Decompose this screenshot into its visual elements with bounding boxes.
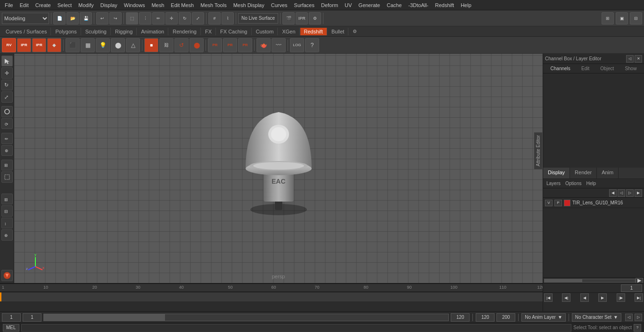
menu-surfaces[interactable]: Surfaces: [291, 1, 317, 9]
menu-cache[interactable]: Cache: [384, 1, 405, 9]
mode-dropdown[interactable]: Modeling: [2, 13, 49, 24]
ch-tab-edit[interactable]: Edit: [579, 66, 591, 71]
layer-v-button[interactable]: V: [545, 200, 553, 206]
menu-redshift[interactable]: Redshift: [432, 1, 457, 9]
cb-expand-button[interactable]: ◁: [626, 55, 634, 63]
status-help-button[interactable]: ?: [634, 324, 641, 332]
snap-curve-button[interactable]: ⌇: [222, 12, 234, 24]
scale-tool-button[interactable]: ⤢: [192, 12, 204, 24]
ch-tab-object[interactable]: Object: [598, 66, 616, 71]
menu-mesh-display[interactable]: Mesh Display: [231, 1, 267, 9]
select-tool[interactable]: [1, 56, 13, 66]
menu-mesh-tools[interactable]: Mesh Tools: [198, 1, 229, 9]
dr-tab-anim[interactable]: Anim: [597, 168, 619, 178]
layer-prev2-button[interactable]: ◁: [618, 189, 625, 197]
cb-close-button[interactable]: ✕: [635, 55, 642, 63]
menu-uv[interactable]: UV: [342, 1, 355, 9]
grid-tools[interactable]: ⊟: [1, 205, 13, 216]
no-live-surface-button[interactable]: No Live Surface: [238, 13, 278, 24]
ipr-render-button[interactable]: IPR: [296, 12, 308, 24]
make-live-button[interactable]: ⊕: [1, 145, 13, 156]
rs-icon-pr2[interactable]: PR: [223, 38, 237, 52]
layout-button[interactable]: ▣: [616, 12, 628, 24]
menu-create[interactable]: Create: [33, 1, 54, 9]
shelf-tab-sculpting[interactable]: Sculpting: [82, 28, 111, 35]
new-scene-button[interactable]: 📄: [53, 12, 66, 24]
rotate-tool-button[interactable]: ↻: [179, 12, 191, 24]
layer-scrollbar[interactable]: ▶: [543, 277, 644, 283]
step-back-button[interactable]: ◀|: [562, 293, 570, 302]
timeline-ruler[interactable]: 1 10 20 30 40 50 60 70 80 90 100 110 120: [0, 283, 543, 292]
layers-help-item[interactable]: Help: [585, 181, 597, 186]
rs-icon-red-cube[interactable]: ■: [144, 38, 158, 52]
play-back-button[interactable]: ◀: [580, 293, 589, 302]
rs-icon-swirl[interactable]: ↺: [174, 38, 189, 52]
shelf-settings-icon[interactable]: ⚙: [351, 28, 358, 35]
shelf-tab-bullet[interactable]: Bullet: [328, 28, 349, 35]
shelf-tab-fx-caching[interactable]: FX Caching: [216, 28, 251, 35]
menu-select[interactable]: Select: [55, 1, 75, 9]
rs-icon-box[interactable]: ⬛: [66, 38, 80, 52]
measure-tool[interactable]: ↕: [1, 218, 13, 228]
shelf-tab-animation[interactable]: Animation: [137, 28, 168, 35]
rs-icon-3[interactable]: IPR: [32, 38, 46, 52]
select-box[interactable]: [1, 171, 13, 182]
char-set-button-2[interactable]: ▷: [635, 314, 642, 321]
shelf-tab-polygons[interactable]: Polygons: [51, 28, 81, 35]
dr-tab-render[interactable]: Render: [570, 168, 597, 178]
menu-windows[interactable]: Windows: [121, 1, 148, 9]
rs-icon-pr1[interactable]: PR: [208, 38, 222, 52]
playback-end-input[interactable]: [451, 313, 470, 322]
rs-icon-chain[interactable]: ⛓: [159, 38, 173, 52]
rs-icon-frame[interactable]: ▦: [81, 38, 95, 52]
play-forward-button[interactable]: ▶: [598, 293, 607, 302]
step-forward-button[interactable]: |▶: [617, 293, 625, 302]
scale-tool[interactable]: ⤢: [1, 91, 13, 102]
menu-help[interactable]: Help: [458, 1, 474, 9]
rs-icon-pr3[interactable]: PR: [238, 38, 252, 52]
shelf-tab-fx[interactable]: FX: [201, 28, 216, 35]
playback-start-input[interactable]: [23, 313, 41, 322]
rs-icon-help[interactable]: ?: [305, 38, 319, 52]
attribute-editor-tab[interactable]: Attribute Editor: [534, 132, 543, 169]
save-scene-button[interactable]: 💾: [80, 12, 92, 24]
dr-tab-display[interactable]: Display: [543, 168, 570, 178]
soft-mod-tool[interactable]: [1, 106, 13, 117]
char-set-button-1[interactable]: ◁: [625, 314, 633, 321]
shelf-tab-curves-surfaces[interactable]: Curves / Surfaces: [2, 28, 51, 35]
rs-icon-render-log[interactable]: LOG: [290, 38, 304, 52]
shelf-tab-xgen[interactable]: XGen: [278, 28, 299, 35]
shelf-tab-rigging[interactable]: Rigging: [111, 28, 137, 35]
ch-tab-channels[interactable]: Channels: [549, 66, 572, 71]
menu-curves[interactable]: Curves: [268, 1, 290, 9]
rotate-tool[interactable]: ↻: [1, 80, 13, 90]
paint-select-button[interactable]: ✏: [152, 12, 165, 24]
rs-icon-material[interactable]: ◆: [47, 38, 61, 52]
transform-tool[interactable]: ⟳: [1, 118, 13, 129]
rs-icon-sphere[interactable]: ⬤: [111, 38, 125, 52]
camera-tools-group[interactable]: ⊞: [1, 194, 13, 204]
rs-icon-rv[interactable]: RV: [2, 38, 16, 52]
layer-next-button[interactable]: ▷: [626, 189, 634, 197]
no-character-set-dropdown[interactable]: No Character Set ▼: [572, 313, 621, 322]
layer-prev-button[interactable]: ◀: [609, 189, 617, 197]
rs-icon-tea[interactable]: 🫖: [256, 38, 271, 52]
open-scene-button[interactable]: 📂: [66, 12, 79, 24]
ch-tab-show[interactable]: Show: [623, 66, 638, 71]
menu-generate[interactable]: Generate: [355, 1, 383, 9]
expand-arrows[interactable]: ⊞: [1, 160, 13, 170]
no-anim-layer-dropdown[interactable]: No Anim Layer ▼: [521, 313, 566, 322]
layers-options-item[interactable]: Options: [564, 181, 583, 186]
menu-modify[interactable]: Modify: [75, 1, 96, 9]
timeline-scrubber[interactable]: [0, 292, 543, 301]
layer-p-button[interactable]: P: [554, 200, 562, 206]
scroll-right-button[interactable]: ▶: [636, 278, 643, 283]
move-tool[interactable]: ✛: [1, 67, 13, 78]
current-frame-input[interactable]: [621, 284, 642, 292]
lasso-select-button[interactable]: ⋮: [139, 12, 151, 24]
menu-deform[interactable]: Deform: [318, 1, 341, 9]
shelf-tab-redshift[interactable]: Redshift: [300, 28, 327, 35]
rs-icon-2[interactable]: IPR: [17, 38, 31, 52]
redo-button[interactable]: ↪: [109, 12, 122, 24]
preferences-button[interactable]: ⊟: [630, 12, 642, 24]
